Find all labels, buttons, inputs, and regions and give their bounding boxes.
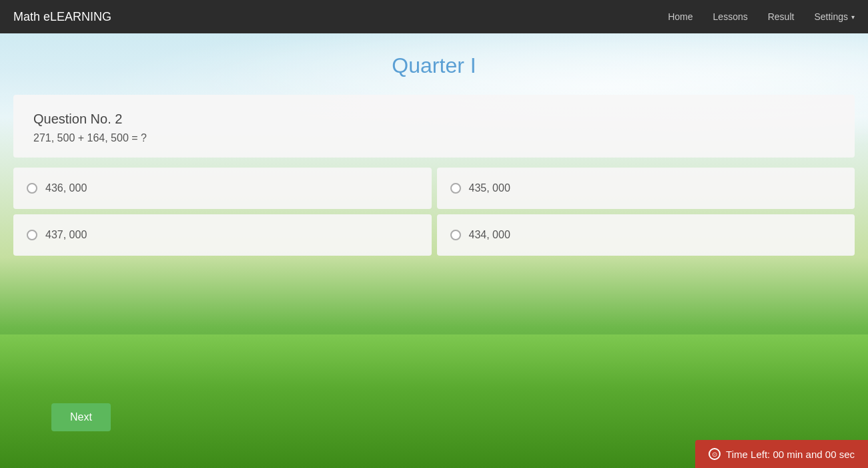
page-title: Quarter I — [13, 47, 855, 78]
answers-grid: 436, 000 435, 000 437, 000 434, 000 — [13, 168, 855, 256]
nav-item-lessons[interactable]: Lessons — [713, 11, 748, 23]
radio-c[interactable] — [27, 230, 37, 240]
nav-link-home[interactable]: Home — [668, 11, 693, 22]
page-content: Quarter I Question No. 2 271, 500 + 164,… — [0, 33, 868, 279]
radio-d[interactable] — [450, 230, 461, 240]
answer-option-c[interactable]: 437, 000 — [13, 214, 432, 256]
navbar: Math eLEARNING Home Lessons Result Setti… — [0, 0, 868, 33]
answer-option-b[interactable]: 435, 000 — [437, 168, 855, 209]
nav-link-lessons[interactable]: Lessons — [713, 11, 748, 22]
brand-logo: Math eLEARNING — [13, 10, 668, 24]
clock-icon: ⊙ — [709, 448, 721, 460]
radio-b[interactable] — [450, 183, 461, 194]
timer-label: Time Left: 00 min and 00 sec — [726, 449, 855, 460]
question-text: 271, 500 + 164, 500 = ? — [33, 132, 835, 144]
settings-label: Settings — [814, 11, 848, 22]
next-button[interactable]: Next — [51, 403, 111, 431]
timer-bar: ⊙ Time Left: 00 min and 00 sec — [695, 440, 868, 468]
radio-a[interactable] — [27, 183, 37, 194]
nav-item-home[interactable]: Home — [668, 11, 693, 23]
answer-option-a[interactable]: 436, 000 — [13, 168, 432, 209]
nav-link-result[interactable]: Result — [768, 11, 795, 22]
answer-label-c: 437, 000 — [45, 229, 87, 241]
answer-option-d[interactable]: 434, 000 — [437, 214, 855, 256]
question-number: Question No. 2 — [33, 111, 835, 127]
chevron-down-icon: ▾ — [851, 13, 855, 21]
answer-label-a: 436, 000 — [45, 182, 87, 194]
nav-item-settings[interactable]: Settings ▾ — [814, 11, 855, 22]
question-card: Question No. 2 271, 500 + 164, 500 = ? — [13, 95, 855, 158]
answer-label-d: 434, 000 — [469, 229, 510, 241]
nav-item-result[interactable]: Result — [768, 11, 795, 23]
settings-dropdown[interactable]: Settings ▾ — [814, 11, 855, 22]
answer-label-b: 435, 000 — [469, 182, 510, 194]
